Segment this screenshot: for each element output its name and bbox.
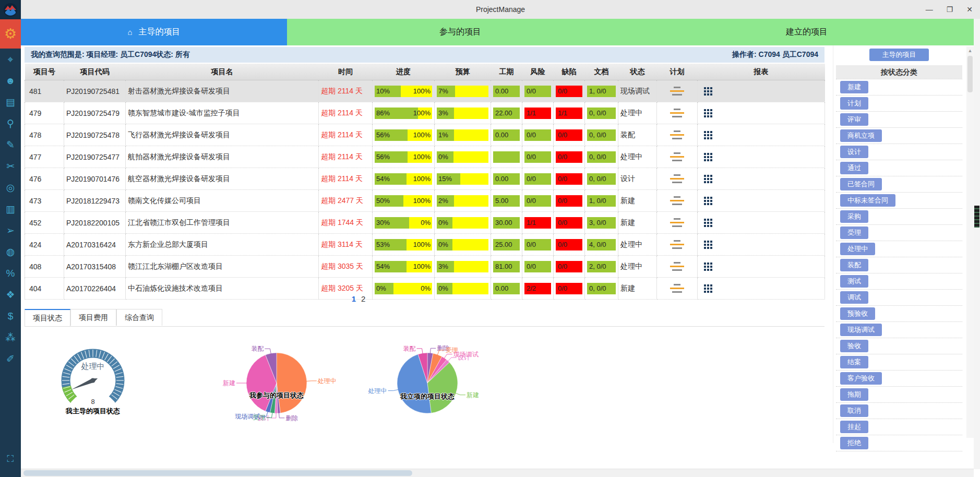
- status-button-11[interactable]: 装配: [840, 259, 868, 271]
- globe-pointer-icon[interactable]: ➢: [6, 225, 15, 236]
- document-list-icon[interactable]: ▤: [6, 97, 15, 108]
- table-row[interactable]: 478PJ20190725478飞行器材激光焊接设备研发项目超期 2114 天5…: [25, 124, 825, 146]
- bar-chart-icon[interactable]: ▥: [6, 204, 15, 214]
- table-row[interactable]: 481PJ20190725481射击器材激光焊接设备研发项目超期 2114 天1…: [25, 80, 825, 102]
- plan-icon[interactable]: [670, 262, 685, 271]
- status-button-7[interactable]: 中标未签合同: [840, 194, 895, 207]
- status-button-1[interactable]: 计划: [840, 97, 868, 110]
- column-header-8[interactable]: 缺陷: [554, 64, 585, 80]
- vertical-scrollbar[interactable]: [974, 19, 980, 469]
- plan-icon[interactable]: [670, 240, 685, 249]
- column-header-9[interactable]: 文档: [585, 64, 618, 80]
- report-grid-icon[interactable]: [704, 131, 712, 139]
- page-1[interactable]: 1: [352, 294, 356, 303]
- vertical-scroll-thumb[interactable]: [974, 206, 979, 228]
- status-button-17[interactable]: 结案: [840, 356, 868, 368]
- column-header-6[interactable]: 工期: [491, 64, 522, 80]
- table-row[interactable]: 476PJ20190701476航空器材激光焊接设备研发项目超期 2114 天5…: [25, 168, 825, 190]
- report-grid-icon[interactable]: [704, 284, 712, 293]
- settings-gear-icon[interactable]: ⚙: [0, 19, 21, 49]
- column-header-5[interactable]: 预算: [435, 64, 491, 80]
- layers-icon[interactable]: ❖: [6, 290, 15, 300]
- report-grid-icon[interactable]: [704, 263, 712, 271]
- plan-icon[interactable]: [670, 196, 685, 205]
- user-icon[interactable]: ☻: [5, 76, 16, 86]
- report-grid-icon[interactable]: [704, 87, 712, 96]
- table-row[interactable]: 452PJ20182200105江北省赣江市双创工作管理项目超期 1744 天3…: [25, 212, 825, 234]
- tab-project-status[interactable]: 项目状态: [25, 309, 70, 326]
- panel-scroll-thumb[interactable]: [967, 56, 973, 92]
- status-button-6[interactable]: 已签合同: [840, 178, 882, 190]
- scissors-icon[interactable]: ✂: [6, 161, 15, 172]
- maximize-button[interactable]: ❐: [947, 5, 953, 14]
- user-search-icon[interactable]: ⚲: [7, 118, 14, 129]
- tab-project-cost[interactable]: 项目费用: [70, 309, 116, 326]
- scroll-up-arrow[interactable]: ▲: [966, 46, 974, 55]
- table-row[interactable]: 477PJ20190725477航拍器材激光焊接设备研发项目超期 2114 天5…: [25, 146, 825, 168]
- plan-icon[interactable]: [670, 284, 685, 293]
- status-button-21[interactable]: 挂起: [840, 421, 868, 433]
- globe-icon[interactable]: ◍: [6, 247, 15, 257]
- status-button-4[interactable]: 设计: [840, 146, 868, 158]
- column-header-3[interactable]: 时间: [319, 64, 373, 80]
- plan-icon[interactable]: [670, 174, 685, 183]
- tab-participating-projects[interactable]: 参与的项目: [287, 19, 634, 45]
- status-button-9[interactable]: 受理: [840, 226, 868, 239]
- money-icon[interactable]: $: [8, 311, 14, 321]
- column-header-2[interactable]: 项目名: [126, 64, 319, 80]
- column-header-0[interactable]: 项目号: [25, 64, 64, 80]
- status-button-13[interactable]: 调试: [840, 291, 868, 304]
- shirt-icon[interactable]: ⛶: [0, 454, 21, 464]
- status-button-8[interactable]: 采购: [840, 210, 868, 223]
- edit-icon[interactable]: ✎: [6, 140, 15, 150]
- status-button-15[interactable]: 现场调试: [840, 324, 882, 336]
- app-logo[interactable]: [0, 0, 21, 19]
- status-button-19[interactable]: 拖期: [840, 388, 868, 401]
- status-button-20[interactable]: 取消: [840, 404, 868, 417]
- plan-icon[interactable]: [670, 152, 685, 161]
- page-2[interactable]: 2: [361, 294, 365, 303]
- panel-scrollbar[interactable]: ▲: [966, 46, 974, 438]
- report-grid-icon[interactable]: [704, 241, 712, 249]
- close-button[interactable]: ✕: [966, 5, 973, 14]
- table-row[interactable]: 408A20170315408赣江江北东湖棚户区改造项目超期 3035 天54%…: [25, 256, 825, 278]
- plan-icon[interactable]: [670, 109, 685, 117]
- table-row[interactable]: 473PJ20181229473赣南文化传媒公司项目超期 2477 天50%10…: [25, 190, 825, 212]
- column-header-12[interactable]: 报表: [698, 64, 825, 80]
- percent-icon[interactable]: %: [6, 268, 15, 279]
- column-header-7[interactable]: 风险: [522, 64, 554, 80]
- users-group-icon[interactable]: ⁂: [6, 332, 16, 343]
- report-grid-icon[interactable]: [704, 153, 712, 161]
- minimize-button[interactable]: —: [926, 5, 933, 14]
- status-button-12[interactable]: 测试: [840, 275, 868, 288]
- horizontal-scrollbar[interactable]: [21, 469, 974, 477]
- table-row[interactable]: 424A20170316424东方新企业总部大厦项目超期 3114 天53%10…: [25, 234, 825, 256]
- leading-projects-button[interactable]: 主导的项目: [869, 49, 929, 61]
- pie-slice[interactable]: [277, 353, 307, 413]
- tab-created-projects[interactable]: 建立的项目: [634, 19, 980, 45]
- tab-my-leading-projects[interactable]: ⌂ 主导的项目: [21, 19, 287, 45]
- column-header-1[interactable]: 项目代码: [64, 64, 126, 80]
- status-button-22[interactable]: 拒绝: [840, 437, 868, 449]
- column-header-4[interactable]: 进度: [373, 64, 435, 80]
- status-button-16[interactable]: 验收: [840, 340, 868, 352]
- status-button-18[interactable]: 客户验收: [840, 372, 882, 385]
- status-button-5[interactable]: 通过: [840, 162, 868, 174]
- plan-icon[interactable]: [670, 130, 685, 139]
- camera-target-icon[interactable]: ◎: [6, 183, 15, 193]
- note-edit-icon[interactable]: ✐: [6, 354, 15, 364]
- status-button-0[interactable]: 新建: [840, 81, 868, 93]
- report-grid-icon[interactable]: [704, 109, 712, 117]
- status-button-3[interactable]: 商机立项: [840, 129, 882, 142]
- horizontal-scroll-thumb[interactable]: [23, 470, 412, 476]
- status-button-10[interactable]: 处理中: [840, 243, 875, 255]
- report-grid-icon[interactable]: [704, 197, 712, 205]
- report-grid-icon[interactable]: [704, 175, 712, 183]
- column-header-11[interactable]: 计划: [657, 64, 698, 80]
- plan-icon[interactable]: [670, 218, 685, 227]
- status-button-14[interactable]: 预验收: [840, 307, 875, 320]
- location-icon[interactable]: ⌖: [8, 54, 14, 65]
- tab-combined-query[interactable]: 综合查询: [116, 309, 162, 326]
- table-row[interactable]: 479PJ20190725479赣东智慧城市建设-城市监控子项目超期 2114 …: [25, 102, 825, 124]
- report-grid-icon[interactable]: [704, 219, 712, 227]
